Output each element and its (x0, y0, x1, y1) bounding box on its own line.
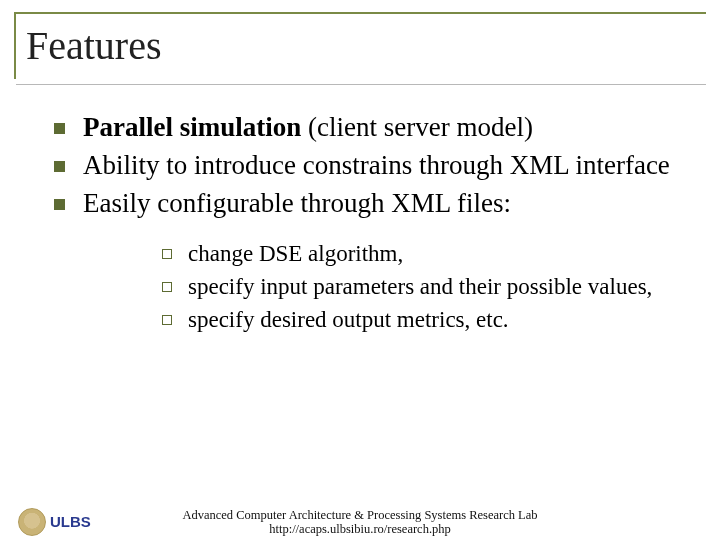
bullet-text: Ability to introduce constrains through … (83, 149, 670, 183)
slide: Features Parallel simulation (client ser… (0, 12, 720, 540)
title-container: Features (14, 12, 706, 79)
slide-title: Features (26, 22, 706, 79)
bullet-text: Easily configurable through XML files: (83, 187, 511, 221)
sub-bullet-item: specify input parameters and their possi… (162, 273, 672, 302)
footer-line1: Advanced Computer Architecture & Process… (0, 508, 720, 522)
hollow-square-icon (162, 249, 172, 259)
bullet-rest: Ability to introduce constrains through … (83, 150, 670, 180)
sub-bullet-text: specify desired output metrics, etc. (188, 306, 509, 335)
square-bullet-icon (54, 123, 65, 134)
footer-text: Advanced Computer Architecture & Process… (0, 508, 720, 537)
footer: ULBS Advanced Computer Architecture & Pr… (0, 500, 720, 540)
square-bullet-icon (54, 199, 65, 210)
square-bullet-icon (54, 161, 65, 172)
sub-bullet-item: change DSE algorithm, (162, 240, 672, 269)
sub-bullet-area: change DSE algorithm, specify input para… (54, 224, 692, 334)
content-area: Parallel simulation (client server model… (0, 79, 720, 335)
sub-bullet-text: specify input parameters and their possi… (188, 273, 652, 302)
bullet-rest: (client server model) (301, 112, 533, 142)
bullet-item: Easily configurable through XML files: (54, 187, 692, 221)
footer-line2: http://acaps.ulbsibiu.ro/research.php (0, 522, 720, 536)
hollow-square-icon (162, 315, 172, 325)
hollow-square-icon (162, 282, 172, 292)
sub-bullet-item: specify desired output metrics, etc. (162, 306, 672, 335)
sub-bullet-text: change DSE algorithm, (188, 240, 403, 269)
bullet-item: Ability to introduce constrains through … (54, 149, 692, 183)
bullet-rest: Easily configurable through XML files: (83, 188, 511, 218)
bullet-bold: Parallel simulation (83, 112, 301, 142)
bullet-item: Parallel simulation (client server model… (54, 111, 692, 145)
bullet-text: Parallel simulation (client server model… (83, 111, 533, 145)
